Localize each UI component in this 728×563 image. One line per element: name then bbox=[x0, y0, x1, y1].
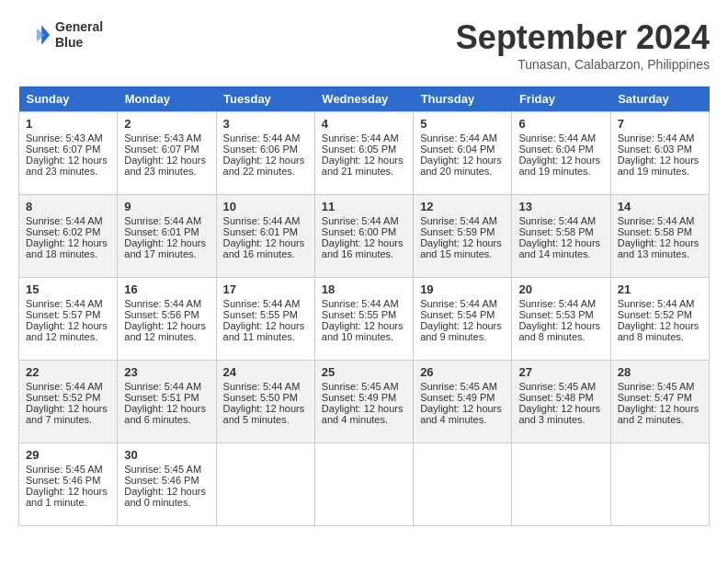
calendar-cell: 25Sunrise: 5:45 AMSunset: 5:49 PMDayligh… bbox=[314, 361, 413, 443]
calendar-cell: 7Sunrise: 5:44 AMSunset: 6:03 PMDaylight… bbox=[610, 112, 709, 195]
day-info: Sunrise: 5:44 AM bbox=[26, 298, 110, 309]
day-info: Sunrise: 5:44 AM bbox=[518, 298, 603, 309]
day-info: Sunset: 5:58 PM bbox=[618, 226, 702, 237]
calendar-cell: 9Sunrise: 5:44 AMSunset: 6:01 PMDaylight… bbox=[118, 195, 216, 278]
weekday-header-tuesday: Tuesday bbox=[216, 86, 314, 112]
day-info: Sunset: 5:50 PM bbox=[223, 392, 308, 403]
day-info: Sunrise: 5:44 AM bbox=[618, 132, 702, 144]
calendar-cell: 18Sunrise: 5:44 AMSunset: 5:55 PMDayligh… bbox=[314, 278, 413, 361]
day-info: and 14 minutes. bbox=[518, 248, 603, 259]
day-info: Sunset: 5:46 PM bbox=[124, 475, 209, 486]
weekday-header-sunday: Sunday bbox=[19, 86, 118, 112]
day-info: Sunrise: 5:44 AM bbox=[322, 298, 406, 309]
calendar-cell bbox=[414, 443, 512, 526]
weekday-header-thursday: Thursday bbox=[414, 86, 512, 112]
day-info: and 18 minutes. bbox=[26, 248, 110, 259]
logo-line1: General bbox=[55, 19, 103, 35]
day-info: Sunrise: 5:44 AM bbox=[26, 215, 110, 226]
day-info: Sunrise: 5:45 AM bbox=[26, 464, 110, 475]
day-info: Sunrise: 5:44 AM bbox=[618, 215, 702, 226]
day-info: Sunrise: 5:44 AM bbox=[223, 381, 308, 392]
weekday-header-wednesday: Wednesday bbox=[314, 86, 413, 112]
day-number: 27 bbox=[518, 365, 603, 379]
calendar-cell: 14Sunrise: 5:44 AMSunset: 5:58 PMDayligh… bbox=[610, 195, 709, 278]
day-info: and 13 minutes. bbox=[618, 248, 702, 259]
day-number: 4 bbox=[322, 117, 406, 131]
calendar-cell: 23Sunrise: 5:44 AMSunset: 5:51 PMDayligh… bbox=[118, 361, 216, 443]
day-number: 30 bbox=[124, 448, 209, 462]
day-info: and 4 minutes. bbox=[322, 414, 406, 425]
day-number: 22 bbox=[26, 365, 110, 379]
day-number: 16 bbox=[124, 282, 209, 296]
day-info: Daylight: 12 hours bbox=[322, 237, 406, 248]
day-info: Sunrise: 5:44 AM bbox=[322, 132, 406, 144]
calendar-cell: 20Sunrise: 5:44 AMSunset: 5:53 PMDayligh… bbox=[512, 278, 610, 361]
day-number: 15 bbox=[26, 282, 110, 296]
day-info: Daylight: 12 hours bbox=[518, 320, 603, 331]
day-info: Daylight: 12 hours bbox=[518, 155, 603, 166]
day-info: Sunrise: 5:44 AM bbox=[518, 215, 603, 226]
day-info: and 22 minutes. bbox=[223, 166, 308, 177]
day-info: and 5 minutes. bbox=[223, 414, 308, 425]
day-number: 25 bbox=[322, 365, 406, 379]
day-info: Sunset: 6:04 PM bbox=[420, 144, 505, 155]
day-number: 29 bbox=[26, 448, 110, 462]
day-info: Daylight: 12 hours bbox=[420, 320, 505, 331]
day-info: Daylight: 12 hours bbox=[618, 155, 702, 166]
day-info: Daylight: 12 hours bbox=[223, 237, 308, 248]
day-number: 10 bbox=[223, 200, 308, 213]
calendar-cell: 13Sunrise: 5:44 AMSunset: 5:58 PMDayligh… bbox=[512, 195, 610, 278]
calendar-cell: 11Sunrise: 5:44 AMSunset: 6:00 PMDayligh… bbox=[314, 195, 413, 278]
calendar-week-2: 8Sunrise: 5:44 AMSunset: 6:02 PMDaylight… bbox=[19, 195, 710, 278]
day-info: and 12 minutes. bbox=[26, 331, 110, 342]
day-number: 3 bbox=[223, 117, 308, 131]
day-info: Daylight: 12 hours bbox=[124, 320, 209, 331]
calendar-cell: 6Sunrise: 5:44 AMSunset: 6:04 PMDaylight… bbox=[512, 112, 610, 195]
day-info: Sunrise: 5:44 AM bbox=[124, 381, 209, 392]
weekday-header-row: SundayMondayTuesdayWednesdayThursdayFrid… bbox=[19, 86, 710, 112]
day-info: and 0 minutes. bbox=[124, 497, 209, 508]
day-info: and 21 minutes. bbox=[322, 166, 406, 177]
calendar-cell: 26Sunrise: 5:45 AMSunset: 5:49 PMDayligh… bbox=[414, 361, 512, 443]
weekday-header-saturday: Saturday bbox=[610, 86, 709, 112]
day-info: and 6 minutes. bbox=[124, 414, 209, 425]
day-info: and 23 minutes. bbox=[124, 166, 209, 177]
day-info: Sunrise: 5:44 AM bbox=[322, 215, 406, 226]
calendar-cell: 12Sunrise: 5:44 AMSunset: 5:59 PMDayligh… bbox=[414, 195, 512, 278]
day-info: and 16 minutes. bbox=[322, 248, 406, 259]
day-number: 14 bbox=[618, 200, 702, 213]
day-number: 24 bbox=[223, 365, 308, 379]
day-info: Daylight: 12 hours bbox=[26, 237, 110, 248]
day-info: Sunset: 5:47 PM bbox=[618, 392, 702, 403]
calendar-week-3: 15Sunrise: 5:44 AMSunset: 5:57 PMDayligh… bbox=[19, 278, 710, 361]
day-info: and 15 minutes. bbox=[420, 248, 505, 259]
day-info: Sunset: 5:54 PM bbox=[420, 309, 505, 320]
day-info: Sunset: 6:04 PM bbox=[518, 144, 603, 155]
day-info: Daylight: 12 hours bbox=[322, 320, 406, 331]
calendar-cell: 21Sunrise: 5:44 AMSunset: 5:52 PMDayligh… bbox=[610, 278, 709, 361]
day-info: Daylight: 12 hours bbox=[420, 155, 505, 166]
day-info: Sunset: 6:01 PM bbox=[124, 226, 209, 237]
logo: General Blue bbox=[18, 18, 103, 52]
day-info: and 2 minutes. bbox=[618, 414, 702, 425]
day-info: and 12 minutes. bbox=[124, 331, 209, 342]
day-info: Sunrise: 5:44 AM bbox=[518, 132, 603, 144]
day-number: 19 bbox=[420, 282, 505, 296]
day-info: Sunset: 5:56 PM bbox=[124, 309, 209, 320]
day-info: Sunset: 6:07 PM bbox=[26, 144, 110, 155]
day-info: Daylight: 12 hours bbox=[420, 237, 505, 248]
day-info: Sunset: 5:52 PM bbox=[26, 392, 110, 403]
day-info: Sunset: 5:53 PM bbox=[518, 309, 603, 320]
day-info: Sunrise: 5:44 AM bbox=[223, 132, 308, 144]
logo-line2: Blue bbox=[55, 35, 103, 51]
day-info: Daylight: 12 hours bbox=[618, 237, 702, 248]
day-info: Sunrise: 5:45 AM bbox=[518, 381, 603, 392]
day-info: Sunset: 6:03 PM bbox=[618, 144, 702, 155]
calendar-cell: 17Sunrise: 5:44 AMSunset: 5:55 PMDayligh… bbox=[216, 278, 314, 361]
day-number: 23 bbox=[124, 365, 209, 379]
calendar-cell: 1Sunrise: 5:43 AMSunset: 6:07 PMDaylight… bbox=[19, 112, 118, 195]
calendar-cell bbox=[610, 443, 709, 526]
day-info: and 19 minutes. bbox=[618, 166, 702, 177]
day-info: Sunrise: 5:44 AM bbox=[420, 215, 505, 226]
calendar-cell: 27Sunrise: 5:45 AMSunset: 5:48 PMDayligh… bbox=[512, 361, 610, 443]
